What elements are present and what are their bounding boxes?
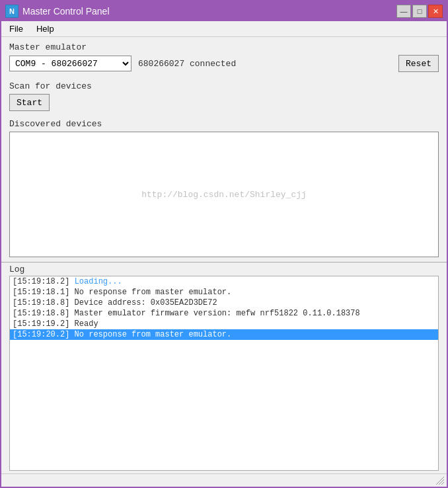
menu-bar: File Help <box>1 21 447 37</box>
svg-line-2 <box>441 482 444 485</box>
minimize-button[interactable]: — <box>396 5 411 18</box>
discovered-section: Discovered devices http://blog.csdn.net/… <box>9 119 439 257</box>
title-bar-controls: — □ ✕ <box>396 5 443 18</box>
title-bar: N Master Control Panel — □ ✕ <box>1 1 447 21</box>
master-emulator-label: Master emulator <box>9 42 439 52</box>
resize-grip-icon <box>436 477 444 485</box>
log-entry: [15:19:18.1] No response from master emu… <box>10 287 438 298</box>
log-section: Log [15:19:18.2] Loading... [15:19:18.1]… <box>1 262 447 474</box>
app-icon: N <box>5 5 19 18</box>
discovered-devices-box: http://blog.csdn.net/Shirley_cjj <box>9 132 439 257</box>
log-blue-text: Loading... <box>75 277 122 286</box>
start-scan-button[interactable]: Start <box>9 94 50 111</box>
log-prefix: [15:19:18.2] <box>13 277 75 286</box>
watermark-text: http://blog.csdn.net/Shirley_cjj <box>141 190 307 200</box>
log-entry: [15:19:19.2] Ready <box>10 319 438 329</box>
close-button[interactable]: ✕ <box>428 5 443 18</box>
main-content: Master emulator COM9 - 680266027 6802660… <box>1 37 447 259</box>
log-entry-highlighted[interactable]: [15:19:20.2] No response from master emu… <box>10 329 438 340</box>
window-title: Master Control Panel <box>22 6 110 17</box>
log-label: Log <box>1 263 447 276</box>
scan-label: Scan for devices <box>9 81 439 91</box>
master-emulator-row: COM9 - 680266027 680266027 connected Res… <box>9 55 439 72</box>
log-entry: [15:19:18.8] Master emulator firmware ve… <box>10 308 438 319</box>
master-emulator-section: Master emulator COM9 - 680266027 6802660… <box>9 42 439 72</box>
status-bar <box>1 473 447 487</box>
log-box[interactable]: [15:19:18.2] Loading... [15:19:18.1] No … <box>9 276 439 471</box>
svg-line-1 <box>439 479 444 485</box>
menu-help[interactable]: Help <box>32 22 58 35</box>
log-entry: [15:19:18.2] Loading... <box>10 276 438 287</box>
main-window: N Master Control Panel — □ ✕ File Help M… <box>0 0 448 488</box>
menu-file[interactable]: File <box>5 22 27 35</box>
scan-section: Scan for devices Start <box>9 81 439 111</box>
discovered-label: Discovered devices <box>9 119 439 129</box>
maximize-button[interactable]: □ <box>412 5 427 18</box>
connection-status: 680266027 connected <box>138 59 392 69</box>
com-port-select[interactable]: COM9 - 680266027 <box>9 56 131 71</box>
log-entry: [15:19:18.8] Device address: 0x035EA2D3D… <box>10 298 438 308</box>
reset-button[interactable]: Reset <box>398 55 439 72</box>
title-bar-left: N Master Control Panel <box>5 5 110 18</box>
